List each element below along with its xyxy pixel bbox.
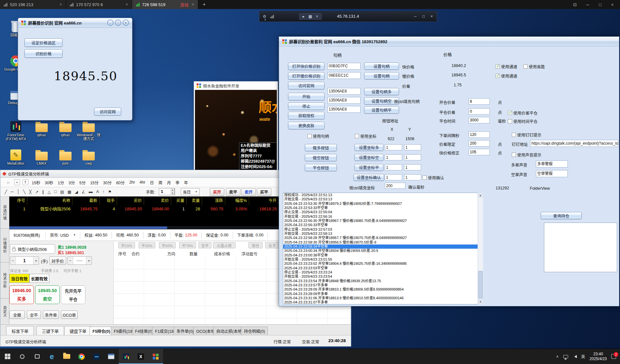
close-percent-button[interactable]: 平10% — [118, 242, 135, 248]
taskbar-app-icon[interactable] — [148, 349, 163, 364]
query-position-button[interactable]: 查询持仓 — [541, 212, 582, 219]
display-icon[interactable] — [563, 355, 568, 358]
log-line[interactable]: 2025-04-23 23:23:02 开空单18904.4 慢价格19025.… — [283, 262, 483, 266]
coord-long-y-input[interactable]: 1 — [404, 144, 421, 150]
order-mode-tab[interactable]: 标准下单 — [6, 326, 34, 335]
timeframe-button[interactable]: 30秒 — [43, 179, 55, 186]
close-percent-button[interactable]: 平75% — [179, 242, 196, 248]
draw-tool-icon[interactable]: △ — [46, 189, 53, 194]
counter-price-button[interactable]: 对手价 — [49, 256, 66, 265]
promo-titlebar[interactable]: 顺水鱼金融软件开发 — [194, 81, 278, 90]
timeframe-button[interactable]: 日 — [148, 179, 156, 186]
set-price-area-button[interactable]: 设定价格选区 — [24, 38, 63, 47]
time-close-checkbox[interactable]: 使用时间平仓 — [508, 118, 538, 124]
use-yisheng-checkbox[interactable]: 使用易胜 — [523, 63, 545, 70]
quick-order-button[interactable]: 卖平 — [226, 188, 240, 196]
sidebar-tab[interactable]: 自选行情 — [0, 196, 9, 229]
contract-input[interactable]: 微型小纳指2506 — [10, 244, 55, 254]
quote-header[interactable]: 买量 — [171, 196, 187, 205]
quick-order-button[interactable]: 买平 — [257, 188, 271, 196]
coord-flat-y-input[interactable]: 1 — [404, 164, 421, 170]
taskbar-app-icon[interactable] — [0, 349, 15, 364]
log-line[interactable]: 2025-04-23 23:23:03平空单 — [283, 266, 483, 270]
fast-handle-input[interactable]: 00B3D7FC — [327, 63, 361, 70]
timeframe-button[interactable]: 1分 — [55, 179, 66, 186]
position-list-box[interactable] — [544, 223, 617, 272]
taskbar-app-icon[interactable] — [104, 349, 119, 364]
taskbar-app-icon[interactable] — [133, 349, 148, 364]
tab-close-icon[interactable]: × — [191, 2, 195, 7]
function-tab[interactable]: 持仓明细(0) — [241, 327, 268, 335]
quote-column[interactable]: 卖价 18946.00 — [144, 196, 171, 226]
quote-header[interactable]: 卖价 — [144, 196, 171, 205]
quote-column[interactable]: 幅度% 3.05% — [225, 196, 249, 226]
quote-header[interactable]: 序号 — [9, 196, 27, 205]
start-button[interactable]: 开始 — [288, 93, 325, 100]
plus-icon[interactable]: + — [86, 257, 92, 264]
lots-stepper[interactable]: ▲▼ — [170, 188, 175, 195]
set-coord-flat-button[interactable]: 设置坐标平 — [354, 164, 383, 171]
draw-tool-icon[interactable]: □ — [53, 189, 59, 194]
timeframe-button[interactable]: 季 — [173, 179, 182, 186]
rdp-maximize-icon[interactable]: □ — [422, 14, 425, 19]
log-line[interactable]: 2025-04-23 23:31:06 开多单18813.9 慢价格18910.… — [283, 296, 483, 300]
window-control-icon[interactable]: ⊡ — [573, 2, 576, 7]
parameter-input[interactable]: 120 — [469, 131, 490, 138]
short-sound-input[interactable]: 空单警报 — [536, 170, 568, 177]
log-line[interactable]: 2025-04-23 22:58:30 开空单18956.5 慢价格19070.… — [283, 240, 483, 244]
quote-column[interactable]: 卖量 28 — [187, 196, 202, 226]
long-sound-input[interactable]: 多单警报 — [536, 160, 568, 168]
go-long-button[interactable]: 做多按钮 — [305, 144, 337, 151]
quote-column[interactable]: 买价 18945.50 — [117, 196, 144, 226]
dingtalk-url-input[interactable]: https://oapi.dingtalk.com/{api_endpoint}… — [530, 140, 618, 147]
quote-column[interactable]: 涨跌 560.75 — [202, 196, 225, 226]
desktop-icon[interactable]: LMAX — [30, 148, 53, 165]
set-handle-long-button[interactable]: 设置句柄多 — [364, 88, 399, 95]
quote-header[interactable]: 卖量 — [187, 196, 202, 205]
short-handle-input[interactable]: 13506AE8 — [327, 97, 361, 104]
timeframe-button[interactable]: 15秒 — [30, 179, 43, 186]
log-line[interactable]: 2025-04-23 23:00:38平空单 — [283, 253, 483, 257]
log-scrollbar[interactable]: ▲ ▼ — [478, 193, 483, 304]
quote-header[interactable]: 涨跌 — [202, 196, 225, 205]
window-control-icon[interactable]: □ — [599, 2, 602, 7]
timeframe-button[interactable]: 4hr — [137, 180, 148, 185]
scrollbar-thumb[interactable] — [9, 226, 167, 229]
coord-long-x-input[interactable]: 1 — [385, 144, 402, 150]
quick-order-button[interactable]: 买开 — [210, 188, 224, 196]
recognize-price-button[interactable]: 识别价格 — [24, 49, 63, 58]
parameter-input[interactable]: 200 — [469, 140, 490, 147]
order-button[interactable]: 先开先平 平仓 — [61, 285, 85, 304]
log-line[interactable]: 2025-04-23 23:28:09 开多单18810.1 慢价格18906.… — [283, 287, 483, 292]
quote-header[interactable]: 今开 — [249, 196, 279, 205]
desktop-icon[interactable]: qihuo — [30, 120, 53, 137]
window-control-icon[interactable]: × — [611, 2, 614, 7]
set-handle-flat-button[interactable]: 设置句柄平 — [364, 106, 399, 113]
coord-flat-x-input[interactable]: 1 — [385, 164, 402, 170]
timeframe-button[interactable]: 周 — [156, 179, 165, 186]
plus-icon[interactable]: + — [33, 257, 39, 264]
maximize-icon[interactable]: □ — [115, 20, 121, 26]
validity-tab[interactable]: 当日有效 — [9, 274, 29, 283]
open-fast-price-button[interactable]: 打开快价格识别 — [288, 62, 325, 70]
log-line[interactable]: 2025-04-23 23:00:34 开空单18934 慢价格19059.5价… — [283, 249, 483, 253]
sound-alert-checkbox[interactable]: 使用声音提示 — [512, 152, 541, 158]
chart-icon[interactable]: ≈ — [14, 179, 20, 185]
desktop-icon[interactable]: qihuo — [53, 120, 77, 137]
log-line[interactable]: 开始交易 - 2025/4/23 22:58:13 — [283, 232, 483, 236]
change-skin-button[interactable]: 更换皮肤 — [288, 122, 325, 129]
close-percent-button[interactable]: 平50% — [159, 242, 176, 248]
new-tab-button[interactable]: + — [198, 0, 210, 9]
tray-expand-icon[interactable]: ∧ — [556, 354, 559, 359]
arb-titlebar[interactable]: 屏幕识别价差套利 官网 ea666.cn 微信 18391752892 — [279, 37, 619, 46]
timeframe-button[interactable]: 年 — [182, 179, 190, 186]
use-channel2-checkbox[interactable]: 使用通道 — [496, 73, 517, 79]
rdp-close-button-icon[interactable]: × — [431, 14, 433, 19]
set-handle-fast-button[interactable]: 设置句柄 — [364, 62, 399, 70]
sidebar-tab[interactable]: 自定义 — [0, 299, 9, 324]
taskbar-app-icon[interactable] — [30, 349, 44, 364]
timeframe-button[interactable]: 月 — [165, 179, 173, 186]
draw-tool-icon[interactable]: │ — [15, 189, 21, 194]
order-mode-tab[interactable]: 键盘下单 — [64, 326, 92, 335]
quote-column[interactable]: 现手 4 — [100, 196, 117, 226]
